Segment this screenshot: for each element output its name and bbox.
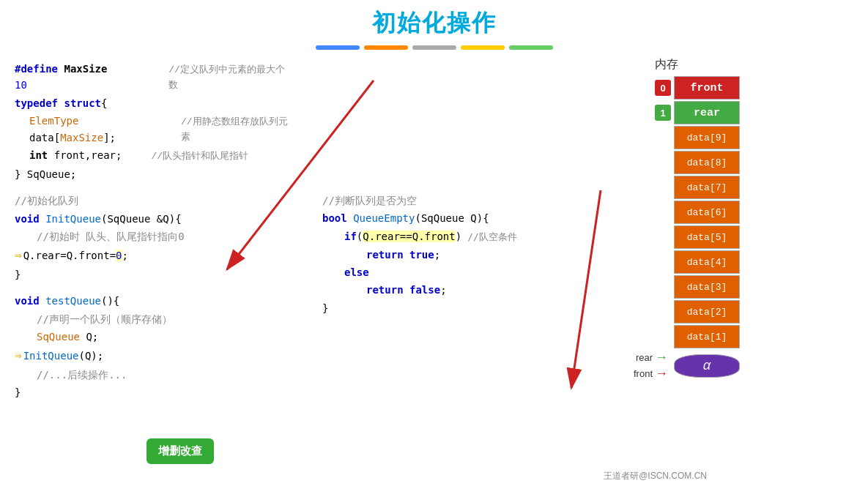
elemtype-comment: //用静态数组存放队列元素 [181,115,293,146]
initqueue-call: ⇒ InitQueue(Q); [15,346,293,365]
index-1-badge: 1 [655,105,671,121]
queueempty-close: } [322,300,571,316]
data3-cell: data[3] [674,275,740,299]
data9-cell: data[9] [674,126,740,149]
testqueue-func: void testQueue(){ [15,293,293,309]
int-comment: //队头指针和队尾指针 [151,149,248,165]
right-code-panel: //判断队列是否为空 bool QueueEmpty(SqQueue Q){ i… [308,57,586,477]
data2-cell: data[2] [674,300,740,324]
data7-cell: data[7] [674,176,740,199]
sqqueue-decl: SqQueue Q; [15,329,293,345]
initqueue-func: void InitQueue(SqQueue &Q){ [15,211,293,227]
declare-comment: //声明一个队列（顺序存储） [15,311,293,327]
queue-empty-condition-comment: //队空条件 [467,230,517,245]
front-red-arrow: → [655,366,668,381]
typedef-line: typedef struct{ [15,95,293,111]
rear-green-arrow: → [655,350,668,365]
init-comment: //初始化队列 [15,192,293,209]
page-title: 初始化操作 [0,0,868,40]
data5-cell: data[5] [674,225,740,249]
testqueue-close: } [15,384,293,400]
data8-cell: data[8] [674,151,740,174]
return-true: return true; [322,247,571,263]
data4-cell: data[4] [674,250,740,274]
return-false: return false; [322,282,571,298]
front-cell: front [674,76,740,100]
index-0-badge: 0 [655,80,671,96]
sqqueue-close: } SqQueue; [15,166,293,182]
rear-label: rear [636,352,653,363]
empty-comment: //判断队列是否为空 [322,192,571,209]
init-assign-line: ⇒ Q.rear=Q.front=0; [15,246,293,265]
define-line: #define MaxSize 10 [15,61,125,94]
else-line: else [322,264,571,280]
memory-title: 内存 [593,57,740,72]
data6-cell: data[6] [674,201,740,224]
front-label: front [634,368,653,379]
rear-cell: rear [674,101,740,124]
add-del-button[interactable]: 增删改查 [146,438,214,464]
color-bar [0,45,868,50]
memory-panel: 内存 0 front 1 rear data[9] data[8] data[7… [586,57,747,477]
data1-cell: data[1] [674,325,740,348]
init-inner-comment: //初始时 队头、队尾指针指向0 [15,228,293,244]
bottom-note: 王道者研@ISCN.COM.CN [604,470,707,482]
initqueue-close: } [15,266,293,283]
data0-cell: α [674,354,740,378]
if-line: if(Q.rear==Q.front) //队空条件 [322,228,571,245]
left-code-panel: #define MaxSize 10 //定义队列中元素的最大个数 typede… [0,57,308,477]
define-comment: //定义队列中元素的最大个数 [168,63,293,94]
ellipsis-comment: //...后续操作... [15,367,293,383]
elemtype-line: ElemType data[MaxSize]; [15,113,166,146]
int-line: int front,rear; [15,147,122,163]
queueempty-func: bool QueueEmpty(SqQueue Q){ [322,210,571,226]
